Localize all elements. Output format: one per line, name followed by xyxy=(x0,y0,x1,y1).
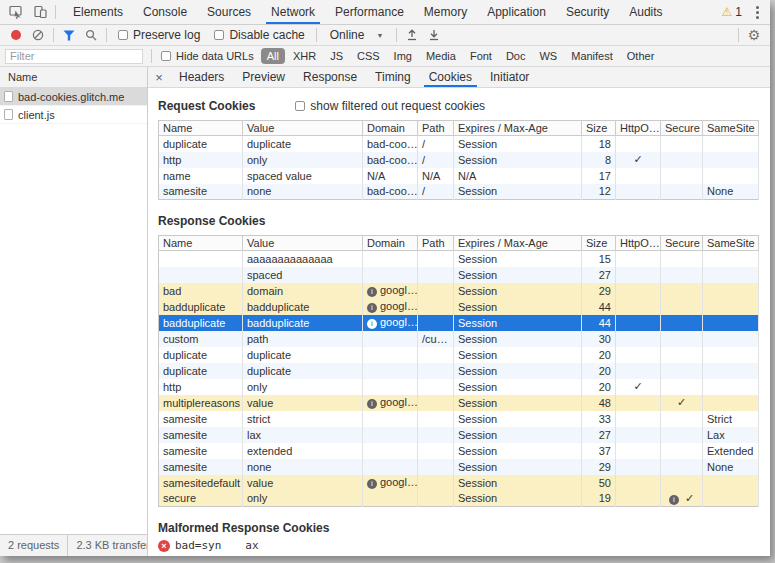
filter-icon[interactable] xyxy=(59,26,79,44)
column-header-path[interactable]: Path xyxy=(418,236,454,251)
device-toolbar-icon[interactable] xyxy=(28,1,52,23)
cell-size: 27 xyxy=(582,427,616,443)
tab-application[interactable]: Application xyxy=(477,0,556,24)
cookie-row[interactable]: samesitedefaultvalueigoogl…Session50 xyxy=(159,475,759,491)
cell-path xyxy=(418,379,454,395)
column-header-httpo[interactable]: HttpO… xyxy=(616,236,661,251)
filter-chip-manifest[interactable]: Manifest xyxy=(565,48,619,64)
search-icon[interactable] xyxy=(81,26,101,44)
disable-cache-checkbox[interactable]: Disable cache xyxy=(214,28,304,42)
cell-name: duplicate xyxy=(159,363,243,379)
cookie-row[interactable]: samesitenoneSession29None xyxy=(159,459,759,475)
cookie-row[interactable]: samesitelaxSession27Lax xyxy=(159,427,759,443)
warning-badge[interactable]: ⚠ 1 xyxy=(722,5,742,19)
column-header-size[interactable]: Size xyxy=(582,121,616,136)
cell-samesite xyxy=(703,152,759,168)
filter-chip-css[interactable]: CSS xyxy=(351,48,386,64)
cookie-row[interactable]: secureonlySession19i ✓ xyxy=(159,491,759,507)
tab-elements[interactable]: Elements xyxy=(63,0,133,24)
record-button[interactable] xyxy=(6,26,26,44)
detail-tab-timing[interactable]: Timing xyxy=(366,67,420,87)
tab-performance[interactable]: Performance xyxy=(325,0,414,24)
cookie-row[interactable]: duplicateduplicateSession20 xyxy=(159,363,759,379)
inspect-element-icon[interactable] xyxy=(4,1,28,23)
cell-domain: igoogl… xyxy=(363,283,418,299)
detail-tab-cookies[interactable]: Cookies xyxy=(420,67,481,87)
settings-gear-icon[interactable]: ⚙ xyxy=(744,26,764,44)
column-header-samesite[interactable]: SameSite xyxy=(703,236,759,251)
cookie-row[interactable]: samesiteextendedSession37Extended xyxy=(159,443,759,459)
filter-chip-doc[interactable]: Doc xyxy=(500,48,532,64)
cell-value: duplicate xyxy=(243,347,363,363)
cookie-row[interactable]: aaaaaaaaaaaaaaSession15 xyxy=(159,251,759,267)
filter-chip-ws[interactable]: WS xyxy=(533,48,563,64)
detail-tab-headers[interactable]: Headers xyxy=(170,67,233,87)
filter-chip-media[interactable]: Media xyxy=(420,48,462,64)
cookie-row[interactable]: custompath/cu…Session30 xyxy=(159,331,759,347)
column-header-domain[interactable]: Domain xyxy=(363,121,418,136)
cookie-row[interactable]: duplicateduplicateSession20 xyxy=(159,347,759,363)
secure-check: ✓ xyxy=(677,396,686,408)
cookie-row[interactable]: spacedSession27 xyxy=(159,267,759,283)
tab-network[interactable]: Network xyxy=(261,0,325,24)
detail-tab-preview[interactable]: Preview xyxy=(233,67,294,87)
request-list-header[interactable]: Name xyxy=(0,67,147,88)
filter-input[interactable] xyxy=(5,49,143,64)
close-icon[interactable]: × xyxy=(148,70,170,85)
domain-text: N/A xyxy=(367,170,385,182)
tab-audits[interactable]: Audits xyxy=(619,0,672,24)
column-header-value[interactable]: Value xyxy=(243,121,363,136)
throttling-dropdown[interactable]: Online ▼ xyxy=(322,28,392,42)
cell-samesite xyxy=(703,267,759,283)
cookie-row[interactable]: badduplicatebadduplicateigoogl…Session44 xyxy=(159,315,759,331)
tab-memory[interactable]: Memory xyxy=(414,0,477,24)
request-row-bad-cookies-glitch-me[interactable]: bad-cookies.glitch.me xyxy=(0,88,147,106)
column-header-samesite[interactable]: SameSite xyxy=(703,121,759,136)
filter-chip-js[interactable]: JS xyxy=(324,48,349,64)
detail-tab-response[interactable]: Response xyxy=(294,67,366,87)
column-header-name[interactable]: Name xyxy=(159,121,243,136)
cookie-row[interactable]: namespaced valueN/AN/AN/A17 xyxy=(159,168,759,184)
clear-button[interactable] xyxy=(28,26,48,44)
cookie-row[interactable]: duplicateduplicatebad-coo…/Session18 xyxy=(159,136,759,152)
tab-console[interactable]: Console xyxy=(133,0,197,24)
filter-chip-font[interactable]: Font xyxy=(464,48,498,64)
column-header-expires-max-age[interactable]: Expires / Max-Age xyxy=(454,121,582,136)
divider xyxy=(151,49,152,63)
column-header-value[interactable]: Value xyxy=(243,236,363,251)
tab-sources[interactable]: Sources xyxy=(197,0,261,24)
cookie-row[interactable]: badduplicatebadduplicateigoogl…Session44 xyxy=(159,299,759,315)
column-header-expires-max-age[interactable]: Expires / Max-Age xyxy=(454,236,582,251)
column-header-name[interactable]: Name xyxy=(159,236,243,251)
cookie-row[interactable]: httponlySession20✓ xyxy=(159,379,759,395)
filter-chip-xhr[interactable]: XHR xyxy=(287,48,322,64)
column-header-secure[interactable]: Secure xyxy=(661,236,703,251)
cell-httponly xyxy=(616,184,661,200)
filter-chip-img[interactable]: Img xyxy=(388,48,418,64)
column-header-secure[interactable]: Secure xyxy=(661,121,703,136)
show-filtered-cookies-checkbox[interactable]: show filtered out request cookies xyxy=(295,99,485,113)
cell-size: 19 xyxy=(582,491,616,507)
import-har-icon[interactable] xyxy=(402,26,422,44)
column-header-httpo[interactable]: HttpO… xyxy=(616,121,661,136)
cookie-row[interactable]: httponlybad-coo…/Session8✓ xyxy=(159,152,759,168)
cookie-row[interactable]: samesitenonebad-coo…/Session12None xyxy=(159,184,759,200)
info-icon: i xyxy=(669,495,679,505)
cookie-row[interactable]: samesitestrictSession33Strict xyxy=(159,411,759,427)
export-har-icon[interactable] xyxy=(424,26,444,44)
tab-security[interactable]: Security xyxy=(556,0,619,24)
detail-tab-initiator[interactable]: Initiator xyxy=(481,67,538,87)
column-header-domain[interactable]: Domain xyxy=(363,236,418,251)
preserve-log-checkbox[interactable]: Preserve log xyxy=(118,28,200,42)
request-row-client-js[interactable]: client.js xyxy=(0,106,147,124)
cell-value: badduplicate xyxy=(243,299,363,315)
cell-name: samesite xyxy=(159,411,243,427)
column-header-path[interactable]: Path xyxy=(418,121,454,136)
hide-data-urls-checkbox[interactable]: Hide data URLs xyxy=(161,50,254,62)
filter-chip-all[interactable]: All xyxy=(261,48,285,64)
cookie-row[interactable]: multiplereasonsvalueigoogl…Session48 ✓ xyxy=(159,395,759,411)
column-header-size[interactable]: Size xyxy=(582,236,616,251)
kebab-menu-icon[interactable] xyxy=(748,2,766,23)
cookie-row[interactable]: baddomainigoogl…Session29 xyxy=(159,283,759,299)
filter-chip-other[interactable]: Other xyxy=(621,48,661,64)
